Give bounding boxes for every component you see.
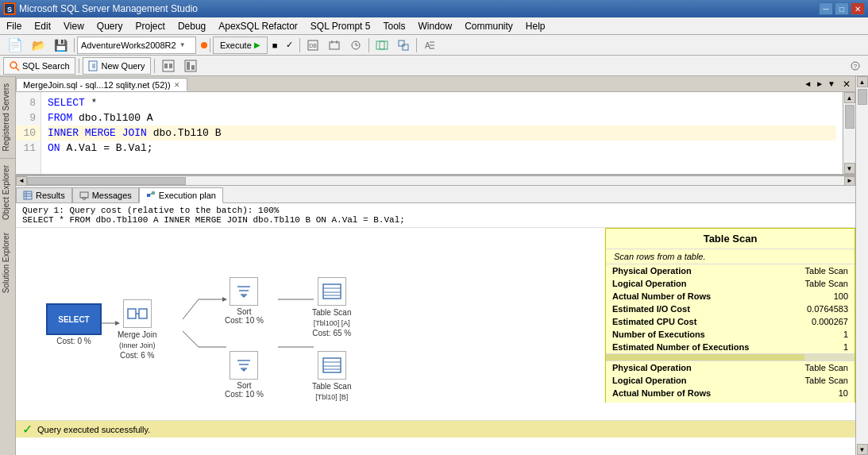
sort1-label: Sort xyxy=(237,307,251,316)
open-btn[interactable]: 📂 xyxy=(28,37,49,54)
menu-community[interactable]: Community xyxy=(458,17,519,35)
query-info-line1: Query 1: Query cost (relative to the bat… xyxy=(22,206,849,215)
messages-tab[interactable]: Messages xyxy=(72,187,139,202)
menu-project[interactable]: Project xyxy=(129,17,172,35)
toolbar-btn-2[interactable] xyxy=(324,37,345,54)
menu-window[interactable]: Window xyxy=(411,17,458,35)
tooltip-scroll-indicator[interactable] xyxy=(606,353,854,361)
svg-rect-13 xyxy=(403,44,408,50)
code-line-11: ON A.Val = B.Val; xyxy=(48,141,836,156)
sql-search-button[interactable]: SQL Search xyxy=(3,57,75,75)
execution-plan-content: Query 1: Query cost (relative to the bat… xyxy=(16,203,855,455)
sort2-icon xyxy=(230,351,258,380)
query-tab-active[interactable]: MergeJoin.sql - sql...12 sqlity.net (52)… xyxy=(16,78,187,91)
scroll-up-btn[interactable]: ▲ xyxy=(844,92,855,103)
sep4 xyxy=(368,38,369,52)
sort2-node[interactable]: Sort Cost: 10 % xyxy=(225,351,264,399)
menu-debug[interactable]: Debug xyxy=(172,17,212,35)
tooltip-table-2: Physical Operation Table Scan Logical Op… xyxy=(606,361,854,403)
success-check-icon: ✓ xyxy=(22,422,33,437)
toolbar-1: 📄 📂 💾 AdventureWorks2008R2 ▼ Execute ▶ ■… xyxy=(0,35,868,56)
object-explorer-tab[interactable]: Object Explorer xyxy=(0,158,15,226)
tablescan1-node[interactable]: Table Scan[Tbl100] [A] Cost: 65 % xyxy=(312,277,351,337)
sort1-node[interactable]: Sort Cost: 10 % xyxy=(225,277,264,325)
sort2-label: Sort xyxy=(237,381,251,390)
toolbar-btn-3[interactable] xyxy=(345,37,366,54)
h-scroll-track[interactable] xyxy=(27,176,844,186)
save-btn[interactable]: 💾 xyxy=(50,37,71,54)
editor-scrollbar-v[interactable]: ▲ ▼ xyxy=(843,92,855,174)
tooltip-row: Estimated Number of Executions 1 xyxy=(606,341,854,353)
tablescan2-node[interactable]: Table Scan[Tbl10] [B] Cost: 8 % xyxy=(312,351,351,403)
toolbar-btn-5[interactable] xyxy=(393,37,414,54)
sep3 xyxy=(299,38,300,52)
sep7 xyxy=(154,59,155,73)
main-scroll-thumb[interactable] xyxy=(858,89,867,105)
new-query-toolbar-btn[interactable]: 📄 xyxy=(3,37,27,54)
main-scroll-down[interactable]: ▼ xyxy=(857,444,868,455)
toolbar-btn-1[interactable]: DB xyxy=(303,37,323,54)
toolbar-right-1[interactable]: ? xyxy=(846,57,865,75)
execute-button[interactable]: Execute ▶ xyxy=(213,37,268,54)
stop-btn[interactable]: ■ xyxy=(268,37,282,54)
select-node[interactable]: SELECT Cost: 0 % xyxy=(46,303,102,345)
menu-query[interactable]: Query xyxy=(91,17,129,35)
menu-apexsql[interactable]: ApexSQL Refactor xyxy=(212,17,304,35)
query-tab-close-btn[interactable]: ✕ xyxy=(841,79,852,90)
toolbar-btn-6[interactable]: A xyxy=(419,37,440,54)
main-scroll-up[interactable]: ▲ xyxy=(857,76,868,87)
window-controls: ─ □ ✕ xyxy=(819,2,865,15)
query-success-msg: Query executed successfully. xyxy=(37,425,150,434)
main-scrollbar-v[interactable]: ▲ ▼ xyxy=(855,76,868,455)
line-num-11: 11 xyxy=(19,141,36,156)
scroll-down-btn[interactable]: ▼ xyxy=(844,163,855,174)
menu-tools[interactable]: Tools xyxy=(376,17,411,35)
execution-plan-tab[interactable]: Execution plan xyxy=(139,187,223,203)
maximize-button[interactable]: □ xyxy=(835,2,849,15)
scroll-right-btn[interactable]: ► xyxy=(844,176,855,186)
sql-search-toolbar: SQL Search New Query ? xyxy=(0,56,868,76)
line-num-10: 10 xyxy=(16,125,41,141)
query-info-line2: SELECT * FROM dbo.Tbl100 A INNER MERGE J… xyxy=(22,215,849,225)
tab-dropdown-arrow[interactable]: ▼ xyxy=(826,79,837,88)
svg-rect-4 xyxy=(330,42,339,49)
h-scroll-thumb[interactable] xyxy=(27,177,186,185)
merge-join-node[interactable]: Merge Join(Inner Join) Cost: 6 % xyxy=(118,299,156,360)
toolbar-icon-1[interactable] xyxy=(158,57,179,75)
scroll-thumb[interactable] xyxy=(845,105,854,129)
merge-join-icon xyxy=(123,299,152,328)
tooltip-label: Physical Operation xyxy=(606,361,787,374)
minimize-button[interactable]: ─ xyxy=(819,2,833,15)
app-icon: S xyxy=(3,2,16,15)
play-icon: ▶ xyxy=(254,40,260,49)
new-query-button[interactable]: New Query xyxy=(83,57,151,75)
menu-view[interactable]: View xyxy=(57,17,91,35)
tab-scroll-left[interactable]: ◄ xyxy=(802,79,813,88)
tooltip-value: 1 xyxy=(787,328,854,341)
parse-btn[interactable]: ✓ xyxy=(282,37,297,54)
tooltip-row: Estimated CPU Cost 0.000267 xyxy=(606,315,854,328)
scroll-left-btn[interactable]: ◄ xyxy=(16,176,27,186)
menu-help[interactable]: Help xyxy=(519,17,552,35)
svg-point-18 xyxy=(10,62,17,68)
kw-inner: INNER xyxy=(48,127,79,139)
tab-scroll-right[interactable]: ► xyxy=(814,79,825,88)
select-node-box: SELECT xyxy=(46,303,102,335)
menu-file[interactable]: File xyxy=(0,17,28,35)
solution-explorer-tab[interactable]: Solution Explorer xyxy=(0,226,15,299)
query-tab-close[interactable]: ✕ xyxy=(174,81,180,89)
dropdown-arrow-icon: ▼ xyxy=(179,41,186,48)
db-name: AdventureWorks2008R2 xyxy=(81,40,176,50)
results-tab[interactable]: Results xyxy=(16,187,72,202)
toolbar-icon-2[interactable] xyxy=(180,57,201,75)
menu-edit[interactable]: Edit xyxy=(28,17,57,35)
tooltip-label: Logical Operation xyxy=(606,374,787,387)
db-dropdown[interactable]: AdventureWorks2008R2 ▼ xyxy=(77,37,196,54)
close-button[interactable]: ✕ xyxy=(851,2,865,15)
registered-servers-tab[interactable]: Registered Servers xyxy=(0,76,15,158)
editor-scrollbar-h[interactable]: ◄ ► xyxy=(16,176,855,186)
menu-sqlprompt[interactable]: SQL Prompt 5 xyxy=(304,17,377,35)
code-content[interactable]: SELECT * FROM dbo.Tbl100 A INNER MERGE J… xyxy=(41,92,843,174)
toolbar-btn-4[interactable] xyxy=(372,37,392,54)
tooltip-label: Actual Number of Rows xyxy=(606,290,787,303)
